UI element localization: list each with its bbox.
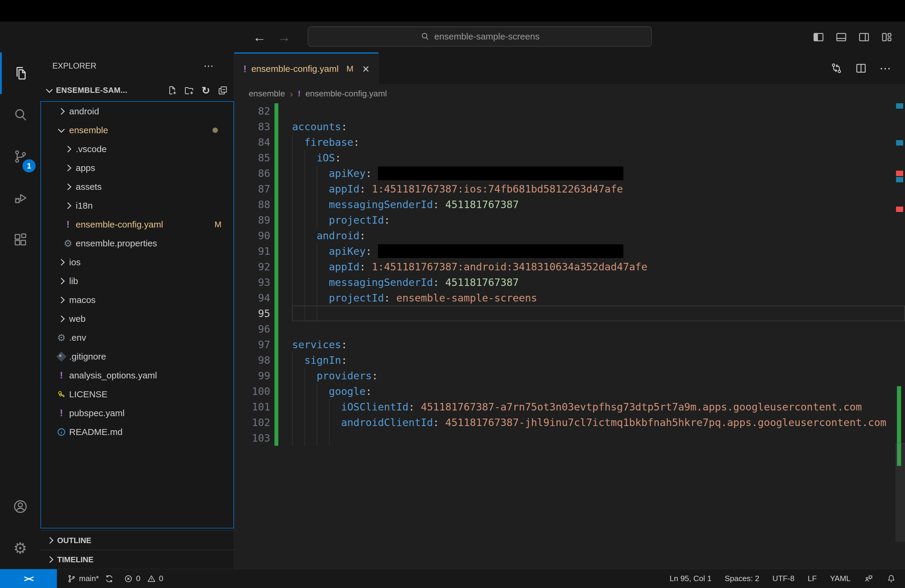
activitybar-source-control-icon[interactable]: 1: [0, 136, 40, 177]
yaml-icon: !: [60, 407, 63, 418]
activitybar-account-icon[interactable]: [0, 486, 40, 527]
explorer-more-actions-icon[interactable]: ⋯: [203, 60, 214, 72]
toggle-primary-sidebar-icon[interactable]: [812, 31, 825, 43]
overview-ruler[interactable]: [894, 103, 905, 569]
editor-more-actions-icon[interactable]: ⋯: [879, 62, 892, 75]
explorer-section-header[interactable]: ENSEMBLE-SAM... ↻: [40, 79, 234, 101]
bell-icon[interactable]: [886, 574, 896, 583]
code-line-84[interactable]: 84 firebase:: [234, 134, 905, 150]
chevron-right-icon: [65, 146, 71, 153]
breadcrumb-file[interactable]: ensemble-config.yaml: [305, 89, 387, 99]
toggle-panel-icon[interactable]: [835, 31, 848, 43]
code-line-101[interactable]: 101 iOSClientId: 451181767387-a7rn75ot3n…: [234, 399, 905, 415]
open-changes-icon[interactable]: [830, 62, 843, 75]
tree-item-lib[interactable]: lib: [41, 272, 233, 291]
tree-item-assets[interactable]: assets: [41, 177, 233, 196]
status-encoding[interactable]: UTF-8: [772, 574, 795, 583]
tree-item-ensemble[interactable]: ensemble: [41, 121, 233, 140]
timeline-section-header[interactable]: TIMELINE: [40, 550, 234, 569]
nav-back-button[interactable]: ←: [253, 30, 266, 44]
tree-item-i18n[interactable]: i18n: [41, 196, 233, 215]
breadcrumb: ensemble › ! ensemble-config.yaml: [234, 84, 905, 103]
tree-item-ensemble-properties[interactable]: ⚙ensemble.properties: [41, 234, 233, 253]
code-line-85[interactable]: 85 iOS:: [234, 150, 905, 165]
yaml-icon: !: [243, 64, 247, 75]
feedback-icon[interactable]: [864, 574, 873, 583]
tab-bar: ! ensemble-config.yaml M ×: [234, 52, 905, 84]
tree-item-license[interactable]: LICENSE: [41, 385, 233, 404]
error-count: 0: [136, 574, 140, 583]
tree-item-pubspec-yaml[interactable]: !pubspec.yaml: [41, 404, 233, 423]
code-line-97[interactable]: 97services:: [234, 337, 905, 352]
code-line-98[interactable]: 98 signIn:: [234, 352, 905, 368]
tree-item--gitignore[interactable]: .gitignore: [41, 347, 233, 366]
yaml-icon: !: [67, 219, 70, 230]
toggle-secondary-sidebar-icon[interactable]: [858, 31, 870, 43]
problems-status[interactable]: 0 0: [124, 574, 163, 583]
tab-close-icon[interactable]: ×: [362, 63, 369, 75]
gear-icon: ⚙: [57, 333, 66, 343]
code-line-91[interactable]: 91 apiKey:: [234, 243, 905, 259]
editor[interactable]: 8283accounts:84 firebase:85 iOS:86 apiKe…: [234, 103, 905, 569]
nav-forward-button[interactable]: →: [278, 30, 291, 44]
split-editor-icon[interactable]: [855, 62, 867, 75]
tree-item-web[interactable]: web: [41, 309, 233, 328]
code-line-92[interactable]: 92 appId: 1:451181767387:android:3418310…: [234, 259, 905, 275]
status-indentation[interactable]: Spaces: 2: [724, 574, 759, 583]
activitybar-search-icon[interactable]: [0, 94, 40, 136]
command-center-search[interactable]: ensemble-sample-screens: [308, 26, 652, 47]
status-line-col[interactable]: Ln 95, Col 1: [670, 574, 711, 583]
tree-item-apps[interactable]: apps: [41, 158, 233, 177]
new-folder-icon[interactable]: [184, 85, 195, 96]
status-eol[interactable]: LF: [808, 574, 817, 583]
code-line-88[interactable]: 88 messagingSenderId: 451181767387: [234, 197, 905, 212]
tree-item--vscode[interactable]: .vscode: [41, 140, 233, 158]
code-line-89[interactable]: 89 projectId:: [234, 212, 905, 228]
tree-item-ensemble-config-yaml[interactable]: !ensemble-config.yamlM: [41, 215, 233, 234]
code-line-87[interactable]: 87 appId: 1:451181767387:ios:74fb681bd58…: [234, 181, 905, 197]
chevron-right-icon: [58, 108, 65, 114]
redacted-api-key: [378, 244, 623, 258]
code-line-82[interactable]: 82: [234, 103, 905, 119]
tab-ensemble-config-yaml[interactable]: ! ensemble-config.yaml M ×: [234, 52, 379, 84]
tree-item--env[interactable]: ⚙.env: [41, 328, 233, 347]
status-language[interactable]: YAML: [830, 574, 851, 583]
activitybar-run-debug-icon[interactable]: [0, 177, 40, 219]
activitybar-extensions-icon[interactable]: [0, 219, 40, 261]
chevron-down-icon: [58, 126, 65, 133]
code-line-93[interactable]: 93 messagingSenderId: 451181767387: [234, 275, 905, 290]
breadcrumb-folder[interactable]: ensemble: [249, 89, 285, 99]
code-line-90[interactable]: 90 android:: [234, 228, 905, 243]
tree-item-readme-md[interactable]: README.md: [41, 423, 233, 441]
activitybar-settings-gear-icon[interactable]: ⚙: [0, 527, 40, 569]
tree-item-android[interactable]: android: [41, 102, 233, 121]
new-file-icon[interactable]: [167, 85, 178, 96]
sync-icon[interactable]: [105, 574, 114, 583]
gutter-added-indicator: [275, 259, 278, 275]
code-line-94[interactable]: 94 projectId: ensemble-sample-screens: [234, 290, 905, 306]
outline-section-header[interactable]: OUTLINE: [40, 531, 234, 550]
customize-layout-icon[interactable]: [880, 31, 893, 43]
key-icon: [57, 389, 66, 399]
tree-item-macos[interactable]: macos: [41, 291, 233, 309]
code-line-99[interactable]: 99 providers:: [234, 368, 905, 383]
code-line-95[interactable]: 95: [234, 306, 905, 321]
remote-indicator[interactable]: ><: [0, 569, 57, 588]
outline-label: OUTLINE: [57, 536, 91, 545]
code-line-100[interactable]: 100 google:: [234, 383, 905, 399]
collapse-folders-icon[interactable]: [217, 85, 228, 96]
code-line-96[interactable]: 96: [234, 321, 905, 337]
overview-mark: [896, 103, 903, 109]
code-line-83[interactable]: 83accounts:: [234, 119, 905, 134]
gutter-added-indicator: [275, 337, 278, 352]
tree-item-analysis-options-yaml[interactable]: !analysis_options.yaml: [41, 366, 233, 385]
refresh-icon[interactable]: ↻: [200, 85, 211, 96]
code-line-103[interactable]: 103: [234, 430, 905, 446]
activitybar-explorer-icon[interactable]: [0, 52, 40, 94]
scrollbar-slider[interactable]: [895, 443, 905, 542]
code-line-102[interactable]: 102 androidClientId: 451181767387-jhl9in…: [234, 415, 905, 430]
code-line-86[interactable]: 86 apiKey:: [234, 165, 905, 181]
git-branch-status[interactable]: main*: [67, 574, 114, 583]
tree-item-ios[interactable]: ios: [41, 253, 233, 272]
vscode-window: ← → ensemble-sample-screens: [0, 0, 905, 588]
